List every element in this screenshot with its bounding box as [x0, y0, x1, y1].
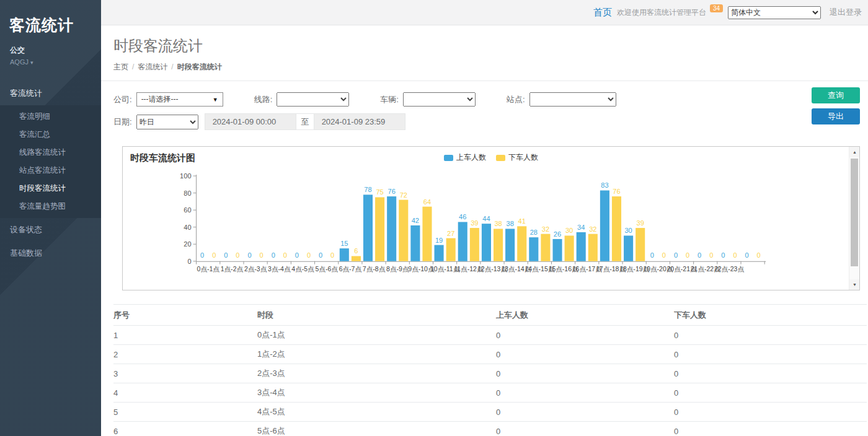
- chart-panel: 时段车流统计图 上车人数 下车人数 0204060801000点-1点001点-…: [122, 146, 860, 290]
- svg-text:78: 78: [364, 186, 371, 193]
- svg-text:0: 0: [757, 251, 761, 259]
- svg-text:28: 28: [530, 229, 538, 236]
- svg-text:0: 0: [745, 251, 748, 259]
- station-select[interactable]: [529, 92, 616, 107]
- table-cell: 4: [113, 383, 257, 403]
- table-cell: 0: [674, 345, 867, 364]
- breadcrumb-home[interactable]: 主页: [113, 63, 128, 71]
- line-label: 线路:: [254, 94, 273, 105]
- svg-text:32: 32: [589, 225, 596, 233]
- svg-text:0: 0: [260, 251, 264, 259]
- svg-text:100: 100: [180, 172, 191, 180]
- svg-text:5点-6点: 5点-6点: [315, 265, 338, 272]
- breadcrumb-section[interactable]: 客流统计: [138, 63, 167, 71]
- notification-badge[interactable]: 34: [710, 4, 723, 12]
- svg-text:40: 40: [184, 224, 191, 231]
- scrollbar-down-icon[interactable]: ▼: [849, 279, 860, 290]
- svg-text:0: 0: [272, 251, 275, 259]
- company-label: 公司:: [113, 94, 132, 105]
- svg-text:6: 6: [354, 247, 358, 255]
- date-start-input[interactable]: [205, 113, 296, 130]
- scrollbar-up-icon[interactable]: ▲: [849, 147, 860, 157]
- breadcrumb: 主页/客流统计/时段客流统计: [113, 62, 856, 72]
- line-select[interactable]: [277, 92, 349, 107]
- svg-text:6点-7点: 6点-7点: [339, 265, 362, 272]
- sidebar-subitem[interactable]: 客流汇总: [0, 126, 101, 144]
- sidebar-item[interactable]: 设备状态: [0, 218, 101, 242]
- breadcrumb-current: 时段客流统计: [177, 63, 222, 71]
- sidebar-nav: 客流统计客流明细客流汇总线路客流统计站点客流统计时段客流统计客流量趋势图设备状态…: [0, 82, 101, 265]
- date-label: 日期:: [113, 116, 132, 128]
- export-button[interactable]: 导出: [812, 108, 860, 124]
- welcome-text: 欢迎使用客流统计管理平台: [617, 7, 706, 18]
- table-cell: 0: [496, 326, 674, 345]
- table-column-header: 序号: [113, 305, 257, 326]
- svg-text:0点-1点: 0点-1点: [197, 265, 220, 272]
- svg-text:72: 72: [400, 191, 407, 199]
- sidebar-subitem[interactable]: 线路客流统计: [0, 144, 101, 162]
- chart-title: 时段车流统计图: [130, 152, 195, 163]
- svg-text:0: 0: [698, 251, 701, 259]
- sidebar: 客流统计 公交 AQGJ ▾ 客流统计客流明细客流汇总线路客流统计站点客流统计时…: [0, 0, 101, 436]
- svg-text:46: 46: [459, 213, 466, 220]
- table-cell: 4点-5点: [257, 403, 496, 422]
- scrollbar-thumb[interactable]: [851, 159, 858, 266]
- svg-text:19: 19: [435, 237, 443, 244]
- time-period-table: 序号时段上车人数下车人数 10点-1点0021点-2点0032点-3点0043点…: [113, 304, 867, 436]
- query-button[interactable]: 查询: [812, 87, 860, 103]
- svg-text:0: 0: [283, 251, 287, 259]
- table-row: 10点-1点00: [113, 326, 867, 345]
- svg-text:0: 0: [247, 251, 251, 259]
- svg-text:2点-3点: 2点-3点: [244, 265, 267, 272]
- svg-text:22点-23点: 22点-23点: [714, 265, 745, 272]
- svg-text:0: 0: [662, 251, 666, 259]
- date-preset-select[interactable]: 昨日: [136, 115, 198, 129]
- company-select[interactable]: ---请选择--- ▼: [136, 92, 223, 107]
- legend-item-alighting[interactable]: 下车人数: [496, 152, 538, 163]
- svg-text:0: 0: [674, 251, 678, 259]
- table-cell: 3点-4点: [257, 383, 496, 403]
- table-cell: 1点-2点: [257, 345, 496, 364]
- table-cell: 0: [496, 345, 674, 364]
- svg-text:34: 34: [577, 224, 585, 231]
- svg-text:0: 0: [330, 251, 334, 259]
- svg-text:8点-9点: 8点-9点: [386, 265, 409, 272]
- svg-text:0: 0: [236, 251, 239, 259]
- date-end-input[interactable]: [314, 113, 405, 130]
- svg-text:0: 0: [307, 251, 311, 259]
- filter-panel: 公司: ---请选择--- ▼ 线路: 车辆: 站点: 日期:: [101, 81, 868, 139]
- table-cell: 0: [496, 364, 674, 383]
- vehicle-select[interactable]: [403, 92, 476, 107]
- home-link[interactable]: 首页: [593, 7, 612, 19]
- table-cell: 6: [113, 422, 257, 436]
- table-cell: 1: [113, 326, 257, 345]
- table-cell: 0: [674, 326, 867, 345]
- svg-text:64: 64: [423, 198, 431, 206]
- sidebar-subitem[interactable]: 客流量趋势图: [0, 198, 101, 216]
- chart-legend: 上车人数 下车人数: [444, 152, 538, 163]
- legend-item-boarding[interactable]: 上车人数: [444, 152, 486, 163]
- org-code-dropdown[interactable]: AQGJ ▾: [0, 56, 101, 66]
- svg-text:15: 15: [340, 240, 348, 247]
- svg-text:39: 39: [471, 219, 478, 227]
- svg-text:0: 0: [295, 251, 299, 259]
- table-column-header: 上车人数: [496, 305, 674, 326]
- page-title: 时段客流统计: [113, 36, 856, 56]
- logout-link[interactable]: 退出登录: [830, 7, 862, 18]
- sidebar-item[interactable]: 基础数据: [0, 242, 101, 265]
- sidebar-subitem[interactable]: 站点客流统计: [0, 162, 101, 180]
- svg-text:0: 0: [650, 251, 654, 259]
- sidebar-item[interactable]: 客流统计: [0, 82, 101, 105]
- main-content: 首页 欢迎使用客流统计管理平台 34 简体中文 退出登录 时段客流统计 主页/客…: [101, 0, 868, 436]
- chart-scrollbar: ▲ ▼: [849, 147, 859, 290]
- language-select[interactable]: 简体中文: [728, 6, 821, 19]
- table-row: 54点-5点00: [113, 403, 867, 422]
- sidebar-subitem[interactable]: 客流明细: [0, 108, 101, 126]
- dropdown-arrow-icon: ▼: [213, 97, 218, 103]
- svg-text:32: 32: [542, 225, 549, 233]
- table-body: 10点-1点0021点-2点0032点-3点0043点-4点0054点-5点00…: [113, 326, 867, 436]
- sidebar-subitem[interactable]: 时段客流统计: [0, 180, 101, 198]
- table-column-header: 时段: [257, 305, 496, 326]
- svg-text:30: 30: [624, 227, 632, 234]
- svg-text:3点-4点: 3点-4点: [268, 265, 291, 272]
